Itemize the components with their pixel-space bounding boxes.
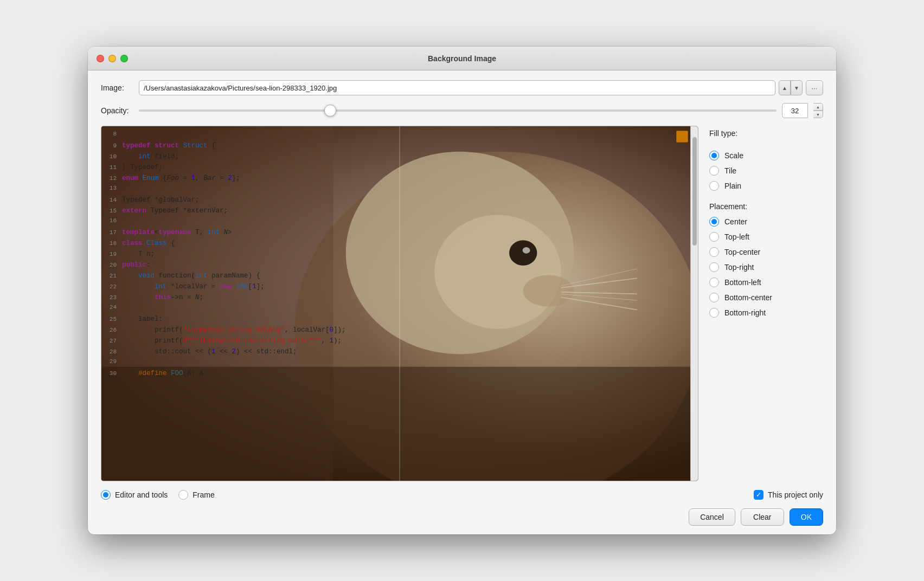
fill-plain-radio[interactable]: [709, 181, 719, 191]
line-content: #define FOO(A) A: [122, 368, 698, 379]
opacity-stepper-down[interactable]: ▼: [813, 111, 823, 118]
opacity-stepper-up[interactable]: ▲: [813, 104, 823, 111]
window-controls: [97, 55, 128, 62]
code-line-29: 29: [101, 357, 698, 368]
placement-title: Placement:: [709, 202, 747, 211]
code-line-25: 25 label:: [101, 314, 698, 325]
code-line-28: 28 std::cout << (1 << 2) << std::endl;: [101, 346, 698, 357]
scrollbar[interactable]: [690, 126, 698, 481]
fill-plain-option[interactable]: Plain: [709, 181, 823, 191]
line-number: 30: [101, 369, 122, 379]
opacity-slider-wrap: 32 ▲ ▼: [139, 103, 823, 118]
line-number: 28: [101, 347, 122, 357]
opacity-value[interactable]: 32: [782, 103, 808, 118]
ok-button[interactable]: OK: [790, 508, 823, 526]
placement-options: Center Top-left Top-center Top-right: [709, 217, 823, 318]
placement-center-radio[interactable]: [709, 217, 719, 227]
editor-and-tools-label: Editor and tools: [115, 490, 168, 499]
line-content: T n;: [122, 249, 698, 260]
maximize-button[interactable]: [120, 55, 128, 62]
browse-button[interactable]: ···: [806, 80, 823, 95]
code-line-12: 12 enum Enum {Foo = 1, Bar = 2};: [101, 173, 698, 184]
placement-topcenter-option[interactable]: Top-center: [709, 247, 823, 257]
code-line-16: 16: [101, 216, 698, 227]
image-label: Image:: [101, 83, 139, 92]
frame-label: Frame: [193, 490, 214, 499]
apply-to-row: Editor and tools Frame: [101, 490, 215, 500]
code-line-22: 22 int *localVar = new int[1];: [101, 281, 698, 292]
placement-bottomleft-label: Bottom-left: [724, 278, 761, 287]
stepper-down[interactable]: ▼: [791, 80, 803, 95]
placement-bottomcenter-label: Bottom-center: [724, 293, 772, 302]
this-project-only-label: This project only: [768, 490, 823, 499]
line-content: printf(R"**(Formatted raw-string %d\n)**…: [122, 335, 698, 346]
image-path-input[interactable]: /Users/anastasiakazakova/Pictures/sea-li…: [139, 80, 775, 95]
fill-tile-option[interactable]: Tile: [709, 166, 823, 176]
image-stepper[interactable]: ▲ ▼: [779, 80, 803, 95]
opacity-slider-fill: [139, 109, 330, 112]
code-line-26: 26 printf("Formatted string %d\n\g", loc…: [101, 325, 698, 335]
code-line-20: 20 public:: [101, 260, 698, 270]
line-content: printf("Formatted string %d\n\g", localV…: [122, 325, 698, 335]
editor-and-tools-option[interactable]: Editor and tools: [101, 490, 168, 500]
editor-and-tools-radio[interactable]: [101, 490, 111, 500]
this-project-only-option[interactable]: ✓ This project only: [754, 490, 823, 500]
background-image-dialog: Background Image Image: /Users/anastasia…: [88, 47, 836, 534]
line-number: 26: [101, 326, 122, 335]
line-number: 12: [101, 174, 122, 184]
placement-bottomright-option[interactable]: Bottom-right: [709, 308, 823, 318]
close-button[interactable]: [97, 55, 104, 62]
line-number: 11: [101, 163, 122, 173]
opacity-label: Opacity:: [101, 106, 139, 115]
color-indicator[interactable]: [676, 131, 688, 143]
fill-scale-radio[interactable]: [709, 151, 719, 160]
placement-bottomright-radio[interactable]: [709, 308, 719, 318]
dialog-content: Image: /Users/anastasiakazakova/Pictures…: [88, 70, 836, 534]
placement-bottomcenter-option[interactable]: Bottom-center: [709, 293, 823, 302]
scrollbar-thumb[interactable]: [692, 137, 697, 246]
image-input-wrap: /Users/anastasiakazakova/Pictures/sea-li…: [139, 80, 823, 95]
opacity-stepper[interactable]: ▲ ▼: [813, 103, 823, 118]
placement-topright-radio[interactable]: [709, 262, 719, 272]
placement-header: Placement:: [709, 202, 823, 211]
line-number: 22: [101, 282, 122, 292]
line-number: 14: [101, 196, 122, 205]
line-content: this->n = N;: [122, 292, 698, 303]
image-row: Image: /Users/anastasiakazakova/Pictures…: [101, 80, 823, 95]
code-line-15: 15 extern Typedef *externVar;: [101, 205, 698, 216]
placement-topleft-option[interactable]: Top-left: [709, 232, 823, 242]
this-project-only-checkbox[interactable]: ✓: [754, 490, 763, 500]
placement-bottomleft-radio[interactable]: [709, 277, 719, 287]
line-content: } Typedef;: [122, 162, 698, 173]
opacity-slider-thumb[interactable]: [324, 105, 336, 117]
placement-topright-label: Top-right: [724, 263, 754, 272]
placement-center-label: Center: [724, 217, 747, 226]
code-line-17: 17 template<typename T, int N>: [101, 227, 698, 238]
placement-center-option[interactable]: Center: [709, 217, 823, 227]
opacity-slider-track[interactable]: [139, 109, 777, 112]
fill-scale-label: Scale: [724, 151, 743, 160]
fill-scale-option[interactable]: Scale: [709, 151, 823, 160]
stepper-up[interactable]: ▲: [779, 80, 791, 95]
line-number: 20: [101, 261, 122, 270]
placement-bottomcenter-radio[interactable]: [709, 293, 719, 302]
clear-button[interactable]: Clear: [741, 508, 784, 526]
code-line-8: 8: [101, 130, 698, 140]
cancel-button[interactable]: Cancel: [689, 508, 735, 526]
fill-tile-radio[interactable]: [709, 166, 719, 176]
placement-topleft-radio[interactable]: [709, 232, 719, 242]
minimize-button[interactable]: [108, 55, 116, 62]
code-line-13: 13: [101, 184, 698, 195]
right-panel: Fill type: Scale Tile Plain: [698, 126, 823, 481]
code-line-23: 23 this->n = N;: [101, 292, 698, 303]
line-number: 8: [101, 130, 122, 139]
placement-topright-option[interactable]: Top-right: [709, 262, 823, 272]
code-line-30: 30 #define FOO(A) A: [101, 368, 698, 379]
frame-radio[interactable]: [178, 490, 188, 500]
placement-topcenter-radio[interactable]: [709, 247, 719, 257]
line-content: label:: [122, 314, 698, 325]
placement-bottomleft-option[interactable]: Bottom-left: [709, 277, 823, 287]
image-path-text: /Users/anastasiakazakova/Pictures/sea-li…: [144, 84, 771, 92]
frame-option[interactable]: Frame: [178, 490, 214, 500]
line-number: 15: [101, 206, 122, 216]
